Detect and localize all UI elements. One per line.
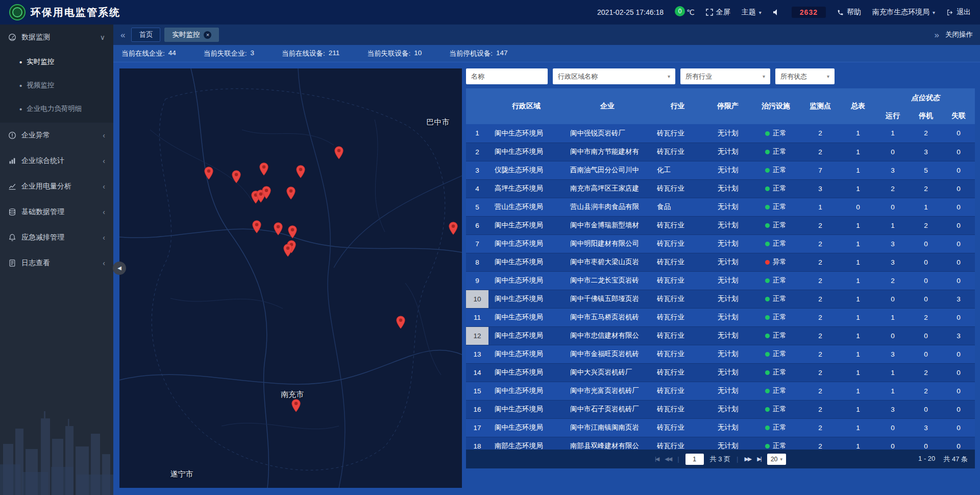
map-pin[interactable] <box>334 146 344 159</box>
map-pin[interactable] <box>252 220 262 233</box>
map[interactable]: ◀ 巴中市南充市遂宁市 <box>119 68 462 488</box>
tabs-scroll-right-icon[interactable]: » <box>935 31 939 39</box>
close-operations-button[interactable]: 关闭操作 <box>945 30 973 39</box>
table-row[interactable]: 14阆中生态环境局阆中大兴页岩机砖厂砖瓦行业无计划正常21120 <box>466 363 975 382</box>
map-pin[interactable] <box>259 162 269 176</box>
collapse-panel-button[interactable]: ◀ <box>113 262 126 275</box>
tabs-scroll-left-icon[interactable]: « <box>120 31 125 39</box>
logout-button[interactable]: 退出 <box>946 8 971 17</box>
sidebar-group-data-monitoring-header[interactable]: 数据监测∨ <box>0 25 113 50</box>
cell-company: 阆中市二龙长宝页岩砖 <box>564 271 651 290</box>
table-row[interactable]: 3仪陇生态环境局西南油气田分公司川中化工无计划正常71350 <box>466 161 975 179</box>
pager-summary: 1 - 20 共 47 条 <box>786 455 968 464</box>
status-dot <box>765 205 770 209</box>
map-pin[interactable] <box>261 186 271 199</box>
tab-realtime-monitor[interactable]: 实时监控× <box>164 28 219 42</box>
cell-industry: 砖瓦行业 <box>651 124 704 143</box>
col-company: 企业 <box>564 88 651 124</box>
cell-limit-production: 无计划 <box>704 363 751 382</box>
map-pin[interactable] <box>204 167 214 180</box>
industry-filter-select[interactable]: 所有行业 ▾ <box>680 68 770 84</box>
table-row[interactable]: 9阆中生态环境局阆中市二龙长宝页岩砖砖瓦行业无计划正常21200 <box>466 271 975 290</box>
table-row[interactable]: 4高坪生态环境局南充市高坪区王家店建砖瓦行业无计划正常31220 <box>466 179 975 198</box>
page-size-select[interactable]: 20 ▾ <box>767 454 786 465</box>
table-row[interactable]: 16阆中生态环境局阆中市石子页岩机砖厂砖瓦行业无计划正常21300 <box>466 400 975 418</box>
status-dot <box>765 370 770 375</box>
company-table[interactable]: 行政区域 企业 行业 停限产 治污设施 监测点 总表 点位状态 运行 <box>466 88 975 450</box>
caret-down-icon: ▾ <box>933 10 935 15</box>
table-row[interactable]: 1阆中生态环境局阆中强锐页岩砖厂砖瓦行业无计划正常21120 <box>466 124 975 143</box>
cell-facility-status: 正常 <box>751 179 800 198</box>
name-filter-input[interactable] <box>466 68 548 84</box>
prev-page-button[interactable]: ◀◀ <box>665 456 671 462</box>
table-row[interactable]: 18南部生态环境局南部县双峰建材有限公砖瓦行业无计划正常21000 <box>466 437 975 450</box>
cell-stopped: 0 <box>910 437 942 450</box>
filter-bar: 行政区域名称 ▾ 所有行业 ▾ 所有状态 ▾ <box>466 68 975 84</box>
table-row[interactable]: 5营山生态环境局营山县润丰肉食品有限食品无计划正常10010 <box>466 198 975 216</box>
table-row[interactable]: 8阆中生态环境局阆中市枣碧大梁山页岩砖瓦行业无计划异常21300 <box>466 253 975 271</box>
cell-total-meter: 1 <box>840 400 876 418</box>
bullet-icon: • <box>19 58 22 66</box>
sidebar-group-power-analysis-header[interactable]: 企业用电量分析‹ <box>0 174 113 199</box>
table-row[interactable]: 10阆中生态环境局阆中千佛镇五郎垭页岩砖瓦行业无计划正常21003 <box>466 290 975 308</box>
map-pin[interactable] <box>296 165 305 178</box>
notification-count-badge[interactable]: 2632 <box>792 7 826 18</box>
map-pin[interactable] <box>396 316 405 329</box>
close-tab-icon[interactable]: × <box>204 31 211 39</box>
cell-region: 阆中生态环境局 <box>488 253 564 271</box>
help-button[interactable]: 帮助 <box>837 8 861 17</box>
row-index: 12 <box>466 326 488 345</box>
last-page-button[interactable]: ▶| <box>757 456 761 462</box>
datetime-label: 2021-02-25 17:46:18 <box>597 8 664 16</box>
map-pin[interactable] <box>448 222 458 235</box>
page-number-input[interactable] <box>685 454 704 465</box>
org-dropdown[interactable]: 南充市生态环境局 ▾ <box>872 8 935 17</box>
tab-home[interactable]: 首页 <box>131 28 160 42</box>
cell-region: 阆中生态环境局 <box>488 143 564 161</box>
speaker-icon[interactable] <box>773 9 780 16</box>
cell-total-meter: 1 <box>840 161 876 179</box>
cell-monitor-points: 2 <box>800 437 840 450</box>
cell-stopped: 5 <box>910 161 942 179</box>
map-pin[interactable] <box>231 170 241 183</box>
table-row[interactable]: 17阆中生态环境局阆中市江南镇阆南页岩砖瓦行业无计划正常21030 <box>466 418 975 437</box>
table-row[interactable]: 6阆中生态环境局阆中市金博瑞新型墙材砖瓦行业无计划正常21120 <box>466 216 975 234</box>
pager-separator: | <box>677 455 679 463</box>
map-pin[interactable] <box>274 222 283 235</box>
sidebar-group-enterprise-abnormal-header[interactable]: 企业异常‹ <box>0 123 113 148</box>
sidebar-item-video-monitor[interactable]: •视频监控 <box>0 74 113 97</box>
cell-monitor-points: 2 <box>800 216 840 234</box>
sidebar-item-realtime-monitor[interactable]: •实时监控 <box>0 50 113 74</box>
table-row[interactable]: 12阆中生态环境局阆中市忠信建材有限公砖瓦行业无计划正常21003 <box>466 326 975 345</box>
theme-dropdown[interactable]: 主题 ▾ <box>742 8 762 17</box>
next-page-button[interactable]: ▶▶ <box>744 456 751 462</box>
sidebar-group-enterprise-stats-header[interactable]: 企业综合统计‹ <box>0 148 113 174</box>
table-row[interactable]: 13阆中生态环境局阆中市金福旺页岩机砖砖瓦行业无计划正常21300 <box>466 345 975 363</box>
first-page-button[interactable]: |◀ <box>655 456 658 462</box>
sidebar-group-log-view-header[interactable]: 日志查看‹ <box>0 250 113 276</box>
cell-limit-production: 无计划 <box>704 418 751 437</box>
sidebar-group-base-data-header[interactable]: 基础数据管理‹ <box>0 199 113 225</box>
table-row[interactable]: 11阆中生态环境局阆中市五马桥页岩机砖砖瓦行业无计划正常21120 <box>466 308 975 326</box>
table-row[interactable]: 2阆中生态环境局阆中市南方节能建材有砖瓦行业无计划正常21030 <box>466 143 975 161</box>
table-row[interactable]: 15阆中生态环境局阆中市光富页岩机砖厂砖瓦行业无计划正常21120 <box>466 382 975 400</box>
sidebar-item-power-load-detail[interactable]: •企业电力负荷明细 <box>0 97 113 121</box>
map-pin[interactable] <box>283 244 293 257</box>
sidebar-group-emergency-reduction-header[interactable]: 应急减排管理‹ <box>0 225 113 250</box>
table-row[interactable]: 7阆中生态环境局阆中明阳建材有限公司砖瓦行业无计划正常21300 <box>466 234 975 253</box>
status-dot <box>765 278 770 283</box>
status-filter-select[interactable]: 所有状态 ▾ <box>775 68 835 84</box>
map-pin[interactable] <box>291 399 301 412</box>
map-pin[interactable] <box>287 225 297 239</box>
cell-facility-status: 正常 <box>751 216 800 234</box>
row-index: 16 <box>466 400 488 418</box>
sidebar-group-power-analysis: 企业用电量分析‹ <box>0 174 113 199</box>
cell-region: 阆中生态环境局 <box>488 382 564 400</box>
map-pin[interactable] <box>286 186 296 200</box>
cell-limit-production: 无计划 <box>704 179 751 198</box>
region-filter-select[interactable]: 行政区域名称 ▾ <box>553 68 675 84</box>
cell-limit-production: 无计划 <box>704 198 751 216</box>
status-dot <box>765 444 770 449</box>
cell-monitor-points: 2 <box>800 418 840 437</box>
fullscreen-button[interactable]: 全屏 <box>706 8 730 17</box>
